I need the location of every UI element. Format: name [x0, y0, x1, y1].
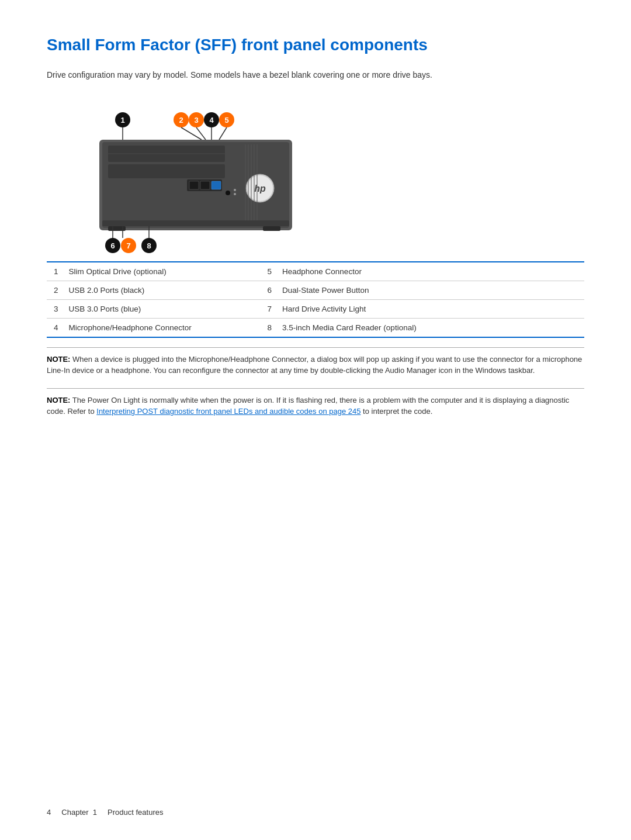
note-2-label: NOTE:: [47, 396, 70, 405]
label-3: USB 3.0 Ports (blue): [62, 299, 261, 318]
table-row: 1 Slim Optical Drive (optional) 5 Headph…: [47, 262, 584, 281]
label-5: Headphone Connector: [275, 262, 584, 281]
svg-rect-19: [108, 164, 225, 178]
svg-text:5: 5: [224, 116, 228, 125]
table-row: 3 USB 3.0 Ports (blue) 7 Hard Drive Acti…: [47, 299, 584, 318]
svg-rect-23: [212, 181, 221, 189]
svg-text:7: 7: [126, 241, 130, 250]
num-3: 3: [47, 299, 62, 318]
chapter-title: Product features: [108, 808, 163, 817]
page-footer: 4 Chapter 1 Product features: [47, 808, 163, 817]
computer-diagram: 1 2 3 4 5: [47, 98, 298, 255]
svg-line-14: [219, 127, 227, 140]
svg-point-28: [234, 189, 236, 191]
note-box-1: NOTE: When a device is plugged into the …: [47, 347, 584, 382]
svg-text:4: 4: [209, 116, 214, 125]
intro-text: Drive configuration may vary by model. S…: [47, 69, 549, 81]
svg-text:hp: hp: [254, 184, 266, 193]
svg-rect-37: [263, 226, 280, 231]
note-1-text: NOTE: When a device is plugged into the …: [47, 354, 584, 376]
note-1-label: NOTE:: [47, 355, 70, 364]
components-table: 1 Slim Optical Drive (optional) 5 Headph…: [47, 261, 584, 338]
diagram-wrapper: 1 2 3 4 5: [47, 98, 584, 255]
svg-rect-21: [189, 181, 199, 189]
table-row: 2 USB 2.0 Ports (black) 6 Dual-State Pow…: [47, 281, 584, 299]
num-5: 5: [261, 262, 276, 281]
num-8: 8: [261, 318, 276, 337]
note-2-text: NOTE: The Power On Light is normally whi…: [47, 395, 584, 417]
table-row: 4 Microphone/Headphone Connector 8 3.5-i…: [47, 318, 584, 337]
label-8: 3.5-inch Media Card Reader (optional): [275, 318, 584, 337]
label-6: Dual-State Power Button: [275, 281, 584, 299]
chapter-number: 1: [93, 808, 97, 817]
num-7: 7: [261, 299, 276, 318]
num-1: 1: [47, 262, 62, 281]
label-7: Hard Drive Activity Light: [275, 299, 584, 318]
note-box-2: NOTE: The Power On Light is normally whi…: [47, 388, 584, 423]
label-4: Microphone/Headphone Connector: [62, 318, 261, 337]
num-4: 4: [47, 318, 62, 337]
svg-rect-35: [102, 220, 289, 226]
svg-line-11: [181, 127, 202, 140]
svg-text:8: 8: [147, 241, 151, 250]
svg-point-29: [234, 193, 236, 195]
label-2: USB 2.0 Ports (black): [62, 281, 261, 299]
page-title: Small Form Factor (SFF) front panel comp…: [47, 35, 584, 55]
svg-text:3: 3: [194, 116, 198, 125]
svg-text:1: 1: [120, 116, 124, 125]
label-1: Slim Optical Drive (optional): [62, 262, 261, 281]
svg-rect-22: [200, 181, 210, 189]
num-6: 6: [261, 281, 276, 299]
chapter-label: Chapter: [61, 808, 88, 817]
num-2: 2: [47, 281, 62, 299]
svg-text:6: 6: [110, 241, 115, 250]
page-number: 4: [47, 808, 51, 817]
svg-point-27: [226, 191, 230, 195]
svg-text:2: 2: [179, 116, 183, 125]
post-diagnostic-link[interactable]: Interpreting POST diagnostic front panel…: [96, 407, 360, 416]
